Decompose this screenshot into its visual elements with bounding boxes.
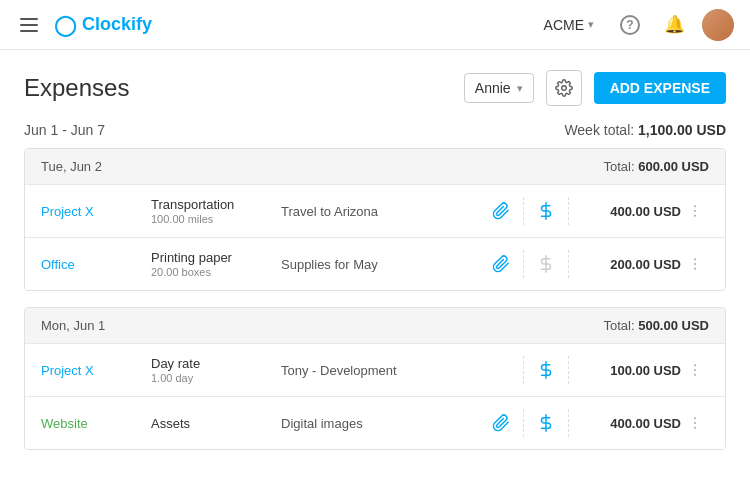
expense-row: Website Assets Digital images 400.00 USD (25, 396, 725, 449)
avatar-image (702, 9, 734, 41)
svg-point-15 (694, 422, 696, 424)
group-total: Total: 500.00 USD (603, 318, 709, 333)
gear-icon (555, 79, 573, 97)
expense-row: Project X Transportation 100.00 miles Tr… (25, 184, 725, 237)
expense-note: Travel to Arizona (281, 204, 481, 219)
settings-button[interactable] (546, 70, 582, 106)
user-filter-dropdown[interactable]: Annie ▾ (464, 73, 534, 103)
group-total-value: 600.00 USD (638, 159, 709, 174)
page-header: Expenses Annie ▾ ADD EXPENSE (24, 70, 726, 106)
dollar-inactive-icon (537, 255, 555, 273)
main-content: Expenses Annie ▾ ADD EXPENSE Jun 1 - Jun… (0, 50, 750, 486)
category-detail: 100.00 miles (151, 213, 281, 225)
user-avatar[interactable] (702, 9, 734, 41)
expense-project[interactable]: Project X (41, 363, 151, 378)
expense-note: Digital images (281, 416, 481, 431)
expense-row: Project X Day rate 1.00 day Tony - Devel… (25, 343, 725, 396)
col-divider (523, 197, 524, 225)
expense-amount: 200.00 USD (571, 257, 681, 272)
company-chevron-icon: ▾ (588, 18, 594, 31)
svg-point-14 (694, 417, 696, 419)
expense-project[interactable]: Website (41, 416, 151, 431)
col-divider (568, 409, 569, 437)
attachment-col (481, 361, 521, 379)
svg-point-11 (694, 369, 696, 371)
group-header: Mon, Jun 1 Total: 500.00 USD (25, 308, 725, 343)
svg-point-8 (694, 268, 696, 270)
billable-col[interactable] (526, 361, 566, 379)
svg-point-7 (694, 263, 696, 265)
svg-point-10 (694, 364, 696, 366)
group-total: Total: 600.00 USD (603, 159, 709, 174)
billable-col[interactable] (526, 255, 566, 273)
bell-icon: 🔔 (664, 14, 685, 35)
page-title: Expenses (24, 74, 452, 102)
col-divider (568, 250, 569, 278)
menu-button[interactable] (16, 14, 42, 36)
logo-icon: ◯ (54, 13, 76, 37)
expense-row: Office Printing paper 20.00 boxes Suppli… (25, 237, 725, 290)
attachment-col[interactable] (481, 414, 521, 432)
dollar-active-icon (537, 414, 555, 432)
week-total: Week total: 1,100.00 USD (564, 122, 726, 138)
expense-menu-button[interactable] (681, 415, 709, 431)
help-button[interactable]: ? (614, 9, 646, 41)
category-name: Day rate (151, 356, 281, 371)
expense-amount: 100.00 USD (571, 363, 681, 378)
svg-point-0 (561, 86, 566, 91)
col-divider (568, 356, 569, 384)
svg-point-6 (694, 258, 696, 260)
date-range-row: Jun 1 - Jun 7 Week total: 1,100.00 USD (24, 122, 726, 138)
week-total-label: Week total: (564, 122, 634, 138)
col-divider (523, 250, 524, 278)
expense-category: Assets (151, 416, 281, 431)
company-name: ACME (544, 17, 584, 33)
category-detail: 1.00 day (151, 372, 281, 384)
svg-point-4 (694, 215, 696, 217)
svg-point-16 (694, 427, 696, 429)
category-name: Printing paper (151, 250, 281, 265)
expense-menu-button[interactable] (681, 256, 709, 272)
top-nav: ◯ Clockify ACME ▾ ? 🔔 (0, 0, 750, 50)
category-detail: 20.00 boxes (151, 266, 281, 278)
expense-group: Mon, Jun 1 Total: 500.00 USD Project X D… (24, 307, 726, 450)
billable-col[interactable] (526, 202, 566, 220)
col-divider (523, 409, 524, 437)
category-name: Assets (151, 416, 281, 431)
expense-group: Tue, Jun 2 Total: 600.00 USD Project X T… (24, 148, 726, 291)
expense-note: Tony - Development (281, 363, 481, 378)
expense-project[interactable]: Office (41, 257, 151, 272)
expense-menu-button[interactable] (681, 203, 709, 219)
add-expense-button[interactable]: ADD EXPENSE (594, 72, 726, 104)
expense-note: Supplies for May (281, 257, 481, 272)
svg-point-2 (694, 205, 696, 207)
expense-project[interactable]: Project X (41, 204, 151, 219)
dots-vertical-icon (687, 362, 703, 378)
svg-point-3 (694, 210, 696, 212)
expense-menu-button[interactable] (681, 362, 709, 378)
attachment-col[interactable] (481, 255, 521, 273)
date-range: Jun 1 - Jun 7 (24, 122, 564, 138)
filter-value: Annie (475, 80, 511, 96)
expense-category: Printing paper 20.00 boxes (151, 250, 281, 278)
svg-point-12 (694, 374, 696, 376)
dots-vertical-icon (687, 256, 703, 272)
notifications-button[interactable]: 🔔 (658, 9, 690, 41)
billable-col[interactable] (526, 414, 566, 432)
company-selector[interactable]: ACME ▾ (536, 13, 602, 37)
logo-text: Clockify (82, 14, 152, 35)
dots-vertical-icon (687, 203, 703, 219)
col-divider (523, 356, 524, 384)
expense-category: Transportation 100.00 miles (151, 197, 281, 225)
week-total-value: 1,100.00 USD (638, 122, 726, 138)
col-divider (568, 197, 569, 225)
expense-category: Day rate 1.00 day (151, 356, 281, 384)
help-icon: ? (620, 15, 640, 35)
paperclip-icon (492, 414, 510, 432)
expense-amount: 400.00 USD (571, 204, 681, 219)
dots-vertical-icon (687, 415, 703, 431)
dollar-active-icon (537, 361, 555, 379)
attachment-col[interactable] (481, 202, 521, 220)
group-header: Tue, Jun 2 Total: 600.00 USD (25, 149, 725, 184)
group-date: Tue, Jun 2 (41, 159, 603, 174)
